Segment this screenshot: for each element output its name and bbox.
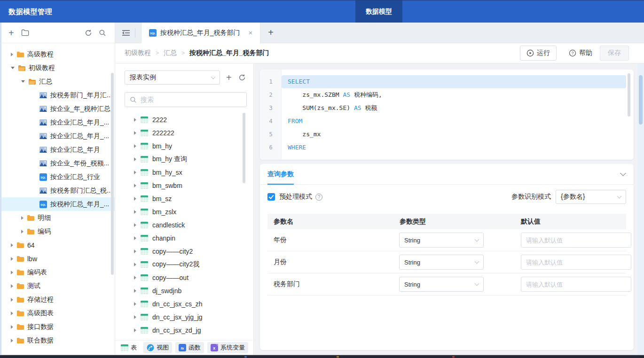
- table-list-item[interactable]: bm_swbm: [115, 179, 253, 192]
- chevron-right-icon[interactable]: [21, 216, 24, 220]
- refresh-icon[interactable]: [238, 74, 246, 81]
- instance-type-select[interactable]: 报表实例: [125, 70, 220, 85]
- tree-item[interactable]: 初级教程: [0, 61, 115, 75]
- chevron-right-icon[interactable]: [134, 315, 136, 319]
- chevron-right-icon[interactable]: [134, 131, 136, 135]
- chevron-down-icon[interactable]: [11, 67, 15, 69]
- tree-item[interactable]: 按企业_年份_税额...: [0, 156, 115, 170]
- add-datasource-icon[interactable]: +: [226, 73, 232, 82]
- explorer-tab-table[interactable]: 表: [120, 342, 140, 353]
- explorer-tab-view[interactable]: 视图: [143, 342, 172, 353]
- chevron-right-icon[interactable]: [11, 53, 13, 56]
- search-icon[interactable]: [99, 29, 106, 37]
- collapse-panel-icon[interactable]: [122, 30, 130, 36]
- collapse-section-icon[interactable]: [620, 170, 626, 176]
- tree-item[interactable]: 64: [0, 238, 115, 252]
- code-line[interactable]: 6WHERE: [260, 141, 626, 154]
- table-list-item[interactable]: copy——out: [115, 271, 253, 284]
- param-mode-select[interactable]: {参数名}: [556, 190, 626, 204]
- chevron-right-icon[interactable]: [11, 311, 13, 315]
- chevron-right-icon[interactable]: [134, 210, 136, 214]
- chevron-right-icon[interactable]: [134, 171, 136, 174]
- breadcrumb-item[interactable]: 初级教程: [125, 49, 151, 57]
- param-type-select[interactable]: String: [399, 233, 484, 248]
- chevron-right-icon[interactable]: [134, 328, 136, 332]
- tree-item[interactable]: 按税务部门_年月汇...: [0, 88, 115, 102]
- table-list-item[interactable]: bm_zslx: [115, 205, 253, 218]
- editor-scrollbar[interactable]: [628, 73, 630, 117]
- chevron-right-icon[interactable]: [11, 243, 13, 247]
- tree-item[interactable]: 按企业汇总_年月_...: [0, 116, 115, 129]
- default-value-input[interactable]: [521, 277, 631, 292]
- preprocess-checkbox[interactable]: [267, 193, 275, 201]
- chevron-right-icon[interactable]: [11, 257, 13, 261]
- tree-item[interactable]: 编码: [0, 225, 115, 238]
- tab-query-params[interactable]: 查询参数: [267, 164, 294, 185]
- table-list-item[interactable]: 2222: [115, 113, 253, 126]
- table-list-scrollbar[interactable]: [243, 113, 245, 183]
- chevron-down-icon[interactable]: [21, 80, 25, 83]
- chevron-right-icon[interactable]: [11, 284, 13, 288]
- window-scrollbar-thumb[interactable]: [639, 75, 643, 125]
- chevron-right-icon[interactable]: [134, 289, 136, 293]
- explorer-tab-fx[interactable]: fx函数: [175, 342, 204, 353]
- table-list-item[interactable]: dn_cc_jsx_cs_zh: [115, 297, 253, 311]
- tree-item[interactable]: 按企业汇总_年月_...: [0, 129, 115, 143]
- tree-item[interactable]: SQL按税种汇总_年月_...: [0, 197, 115, 211]
- table-list-item[interactable]: chanpin: [115, 232, 253, 245]
- code-line[interactable]: 5 zs_mx: [260, 128, 626, 141]
- add-icon[interactable]: +: [8, 28, 14, 38]
- tree-item[interactable]: 编码表: [0, 265, 115, 279]
- table-list-item[interactable]: bm_hy: [115, 140, 253, 153]
- tab-active[interactable]: SQL 按税种汇总_年月_税务部门 ×: [141, 23, 260, 43]
- question-circle-icon[interactable]: ?: [315, 194, 322, 201]
- tree-item[interactable]: 接口数据: [0, 320, 115, 334]
- sql-editor[interactable]: 1SELECT2 zs_mx.SZBM AS 税种编码,3 SUM(zs_mx.…: [260, 70, 634, 160]
- chevron-right-icon[interactable]: [21, 230, 24, 233]
- chevron-right-icon[interactable]: [134, 236, 136, 240]
- chevron-right-icon[interactable]: [11, 271, 13, 274]
- tree-item[interactable]: 存储过程: [0, 293, 115, 306]
- tree-item[interactable]: 按企业_年_税种汇总: [0, 102, 115, 116]
- chevron-right-icon[interactable]: [11, 339, 13, 342]
- table-list-item[interactable]: dn_cc_jsx_yjg_jg: [115, 311, 253, 324]
- table-list-item[interactable]: bm_hy_sx: [115, 166, 253, 179]
- default-value-input[interactable]: [521, 255, 631, 270]
- chevron-right-icon[interactable]: [134, 249, 136, 253]
- param-type-select[interactable]: String: [399, 277, 484, 292]
- tree-item[interactable]: 联合数据: [0, 334, 115, 347]
- close-icon[interactable]: ×: [249, 29, 253, 37]
- tree-item[interactable]: 高级图表: [0, 306, 115, 320]
- save-button[interactable]: 保存: [600, 46, 629, 61]
- tree-item[interactable]: SQL按企业汇总_行业: [0, 170, 115, 184]
- chevron-right-icon[interactable]: [134, 263, 136, 266]
- run-button[interactable]: 运行: [520, 46, 557, 61]
- chevron-right-icon[interactable]: [134, 302, 136, 306]
- table-list-item[interactable]: bm_sz: [115, 192, 253, 205]
- chevron-right-icon[interactable]: [134, 144, 136, 148]
- chevron-right-icon[interactable]: [134, 197, 136, 201]
- table-list-item[interactable]: copy——city2我: [115, 258, 253, 271]
- help-button[interactable]: ? 帮助: [569, 49, 592, 57]
- nav-tab-data-model[interactable]: 数据模型: [355, 0, 402, 23]
- tree-item[interactable]: 测试: [0, 279, 115, 293]
- default-value-input[interactable]: [521, 233, 631, 248]
- table-list-item[interactable]: copy——city2: [115, 245, 253, 258]
- tree-item[interactable]: 汇总: [0, 75, 115, 88]
- chevron-right-icon[interactable]: [134, 118, 136, 122]
- explorer-tab-sysvar[interactable]: x系统变量: [207, 342, 248, 353]
- param-type-select[interactable]: String: [399, 255, 484, 270]
- code-line[interactable]: 3 SUM(zs_mx.SE) AS 税额: [260, 101, 626, 115]
- chevron-right-icon[interactable]: [134, 157, 136, 161]
- table-list-item[interactable]: candlestick: [115, 218, 253, 232]
- tree-item[interactable]: 按企业汇总_年月: [0, 143, 115, 156]
- tree-scrollbar[interactable]: [111, 73, 114, 275]
- search-input[interactable]: [141, 96, 242, 103]
- code-line[interactable]: 2 zs_mx.SZBM AS 税种编码,: [260, 88, 626, 101]
- add-tab-icon[interactable]: +: [268, 27, 274, 38]
- tree-item[interactable]: 按税务部门汇总_税...: [0, 184, 115, 197]
- chevron-right-icon[interactable]: [11, 325, 13, 329]
- breadcrumb-item[interactable]: 汇总: [164, 49, 177, 57]
- window-scrollbar[interactable]: [637, 63, 644, 355]
- table-list-item[interactable]: dj_swdjnb: [115, 284, 253, 297]
